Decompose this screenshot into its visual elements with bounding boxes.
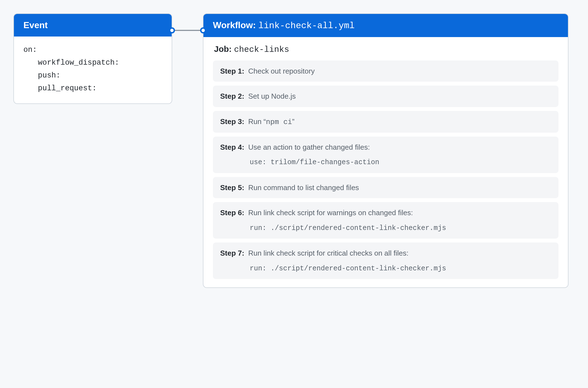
step-label: Step 2: [220, 91, 244, 102]
workflow-header-file: link-check-all.yml [258, 21, 355, 31]
step-desc-suffix: ” [292, 117, 295, 126]
event-card: Event on: workflow_dispatch: push: pull_… [13, 13, 172, 104]
event-card-header: Event [14, 14, 172, 37]
connector-dot-icon [200, 27, 206, 33]
step-desc-code: npm ci [266, 118, 292, 126]
step-desc: Run link check script for warnings on ch… [248, 207, 413, 218]
step-code: run: ./script/rendered-content-link-chec… [220, 263, 551, 274]
step-desc-prefix: Run “ [248, 117, 266, 126]
step-label: Step 1: [220, 66, 244, 77]
workflow-header-label: Workflow: [213, 20, 256, 30]
step-item: Step 3: Run “npm ci” [213, 111, 558, 133]
step-label: Step 6: [220, 207, 244, 218]
step-label: Step 7: [220, 248, 244, 259]
step-desc: Run link check script for critical check… [248, 248, 409, 259]
step-label: Step 5: [220, 182, 244, 193]
step-item: Step 7: Run link check script for critic… [213, 243, 558, 279]
connector-dot-icon [169, 27, 175, 33]
step-label: Step 4: [220, 142, 244, 153]
event-trigger: workflow_dispatch: [23, 57, 162, 69]
job-title: Job: check-links [213, 44, 558, 54]
workflow-card-body: Job: check-links Step 1: Check out repos… [203, 37, 568, 287]
diagram-canvas: Event on: workflow_dispatch: push: pull_… [13, 13, 575, 288]
event-trigger: push: [23, 69, 162, 82]
job-name: check-links [234, 45, 289, 54]
step-item: Step 5: Run command to list changed file… [213, 177, 558, 198]
step-code: run: ./script/rendered-content-link-chec… [220, 223, 551, 234]
step-item: Step 2: Set up Node.js [213, 86, 558, 107]
step-desc: Set up Node.js [248, 91, 296, 102]
job-label: Job: [214, 44, 232, 54]
connector-line [172, 20, 203, 42]
step-label: Step 3: [220, 116, 244, 128]
step-desc: Run “npm ci” [248, 116, 295, 128]
event-trigger: pull_request: [23, 82, 162, 95]
event-header-label: Event [23, 20, 48, 30]
step-desc: Run command to list changed files [248, 182, 359, 193]
step-desc: Check out repository [248, 66, 315, 77]
event-card-body: on: workflow_dispatch: push: pull_reques… [14, 37, 172, 103]
workflow-card: Workflow: link-check-all.yml Job: check-… [203, 13, 568, 288]
workflow-card-header: Workflow: link-check-all.yml [203, 14, 568, 37]
steps-list: Step 1: Check out repository Step 2: Set… [213, 60, 558, 279]
step-desc: Use an action to gather changed files: [248, 142, 370, 153]
step-item: Step 1: Check out repository [213, 60, 558, 82]
event-on-label: on: [23, 44, 162, 57]
step-code: use: trilom/file-changes-action [220, 157, 551, 168]
step-item: Step 4: Use an action to gather changed … [213, 137, 558, 173]
step-item: Step 6: Run link check script for warnin… [213, 202, 558, 239]
